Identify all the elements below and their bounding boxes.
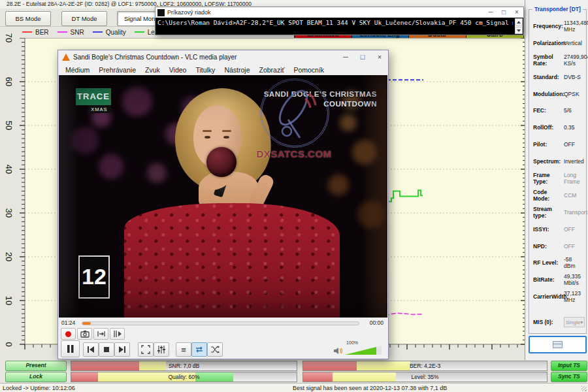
chevron-down-icon: ▾ (580, 319, 583, 325)
seek-slider[interactable] (82, 321, 359, 325)
close-button[interactable]: × (371, 50, 388, 64)
playlist-icon: ≡ (181, 346, 186, 354)
close-button[interactable]: × (510, 7, 523, 18)
transponder-label: Pilot: (533, 141, 564, 148)
record-icon (65, 331, 71, 337)
transponder-row: BitRate:49,335 Mbit/s (533, 271, 585, 288)
next-button[interactable] (114, 342, 130, 357)
menu-video[interactable]: Video (165, 66, 191, 74)
legend-label: BER (35, 29, 49, 36)
fullscreen-button[interactable] (138, 342, 154, 357)
random-button[interactable] (207, 342, 223, 357)
transponder-row: Code Mode:CCM (533, 187, 585, 204)
transponder-label: Modulation: (533, 91, 564, 97)
previous-button[interactable] (83, 342, 99, 357)
legend-label: Quality (106, 29, 126, 36)
vlc-window: Sandi Bogle's Christmas Countdown - VLC … (57, 50, 389, 359)
transponder-label: RollOff: (533, 124, 564, 131)
transponder-row: CarrierWidth:37,123 MHz (533, 288, 585, 305)
lock-indicator[interactable]: Lock (5, 372, 67, 382)
transponder-value: QPSK (564, 91, 580, 97)
next-icon (118, 346, 126, 353)
menu-help[interactable]: Pomocník (289, 66, 329, 74)
menu-subtitles[interactable]: Titulky (191, 66, 220, 74)
menu-playback[interactable]: Prehrávanie (94, 66, 140, 74)
level-bar: Level: 35% (302, 372, 547, 382)
volume-button[interactable] (333, 347, 342, 355)
minimize-button[interactable]: ─ (337, 50, 354, 64)
cmd-icon (157, 9, 165, 16)
ber-bar-text: BER: 4,2E-3 (303, 361, 547, 370)
resize-grip[interactable] (581, 386, 587, 391)
input-ts-indicator[interactable]: Input TS (551, 361, 587, 371)
loop-button[interactable] (191, 342, 207, 357)
cmd-content: C:\Users\Roman Dávid>A2F-28,2°E_UK SPOT … (155, 18, 523, 35)
shuffle-icon (210, 346, 220, 353)
volume-slider[interactable] (345, 346, 382, 355)
mis-dropdown[interactable]: Single ▾ (564, 317, 585, 327)
cmd-prompt-line: C:\Users\Roman Dávid>A2F-28,2°E_UK SPOT … (157, 19, 513, 26)
transponder-value: Vertical (564, 40, 582, 46)
vlc-title-bar[interactable]: Sandi Bogle's Christmas Countdown - VLC … (58, 50, 388, 64)
menu-tools[interactable]: Nástroje (220, 66, 254, 74)
menu-audio[interactable]: Zvuk (140, 66, 165, 74)
maximize-button[interactable]: □ (497, 7, 510, 18)
snapshot-button[interactable] (77, 328, 92, 340)
snr-color-swatch (57, 31, 67, 33)
transponder-value: 27499,904 KS/s (564, 54, 588, 67)
mis-value: Single (566, 319, 580, 325)
ts-window-button[interactable] (529, 336, 587, 353)
frame-step-button[interactable] (110, 328, 125, 340)
playlist-button[interactable]: ≡ (176, 342, 191, 357)
maximize-button[interactable]: □ (354, 50, 371, 64)
status-best-signal: Best signal has been seen at 2020-12-13 … (293, 384, 447, 392)
menu-medium[interactable]: Médium (61, 66, 94, 74)
sync-ts-indicator[interactable]: Sync TS (551, 372, 587, 382)
transponder-label: Standard: (533, 74, 564, 80)
volume-fill (345, 346, 376, 355)
cmd-scrollbar[interactable] (515, 18, 523, 34)
tab-dt-mode[interactable]: DT Mode (61, 11, 107, 26)
ber-color-swatch (22, 31, 32, 33)
transponder-row: Symbol Rate:27499,904 KS/s (533, 52, 585, 69)
seek-row: 01:24 00:00 (58, 318, 387, 327)
desktop: 28.2E - Eutelsat 28A-2A-2E-2F (ID: 0282)… (0, 0, 588, 392)
vlc-menu-bar: Médium Prehrávanie Zvuk Video Titulky Ná… (58, 64, 388, 75)
video-frame[interactable]: TRACE XMAS SANDI BOGLE'S CHRISTMAS COUNT… (59, 75, 387, 318)
scroll-up-icon[interactable] (515, 18, 523, 25)
y-axis-label: 70 (2, 32, 14, 44)
mis-row: MIS (0): Single ▾ (533, 314, 585, 331)
legend-label: SNR (71, 29, 84, 36)
transponder-label: CarrierWidth: (533, 293, 564, 300)
cmd-title-bar[interactable]: Príkazový riadok ─ □ × (155, 7, 523, 18)
video-vignette (59, 75, 387, 318)
extended-settings-button[interactable] (154, 342, 169, 357)
pause-button[interactable] (61, 340, 80, 357)
transponder-label: Frequency: (533, 23, 564, 29)
transponder-label: NPD: (533, 243, 564, 250)
vlc-cone-icon (62, 54, 70, 61)
transponder-row: ISSYI:OFF (533, 221, 585, 238)
minimize-button[interactable]: ─ (484, 7, 497, 18)
status-uptime: Locked -> Uptime: 10:12:06 (3, 384, 75, 392)
loop-ab-button[interactable] (93, 328, 108, 340)
vlc-window-title: Sandi Bogle's Christmas Countdown - VLC … (73, 54, 337, 61)
present-indicator[interactable]: Present (5, 361, 67, 371)
frame-step-icon (113, 330, 122, 338)
y-axis-label: 40 (2, 163, 14, 175)
y-axis-label: 10 (2, 295, 14, 306)
quality-bar: Quality: 60% (71, 372, 297, 382)
level-bar-text: Level: 35% (303, 372, 547, 382)
transponder-row: Frequency:11343,480 MHz (533, 18, 585, 35)
legend-item-quality: Quality (93, 29, 126, 36)
scroll-down-icon[interactable] (515, 27, 523, 34)
snr-bar: SNR: 7,0 dB (71, 361, 297, 371)
menu-view[interactable]: Zobraziť (254, 66, 289, 74)
record-button[interactable] (61, 328, 76, 340)
stop-button[interactable] (99, 342, 114, 357)
remaining-time: 00:00 (370, 319, 384, 326)
transponder-value: 0.35 (564, 124, 575, 131)
tab-bs-mode[interactable]: BS Mode (5, 11, 51, 26)
transponder-row: Frame Type:Long Frame (533, 170, 585, 187)
transponder-label: Polarization: (533, 40, 564, 46)
